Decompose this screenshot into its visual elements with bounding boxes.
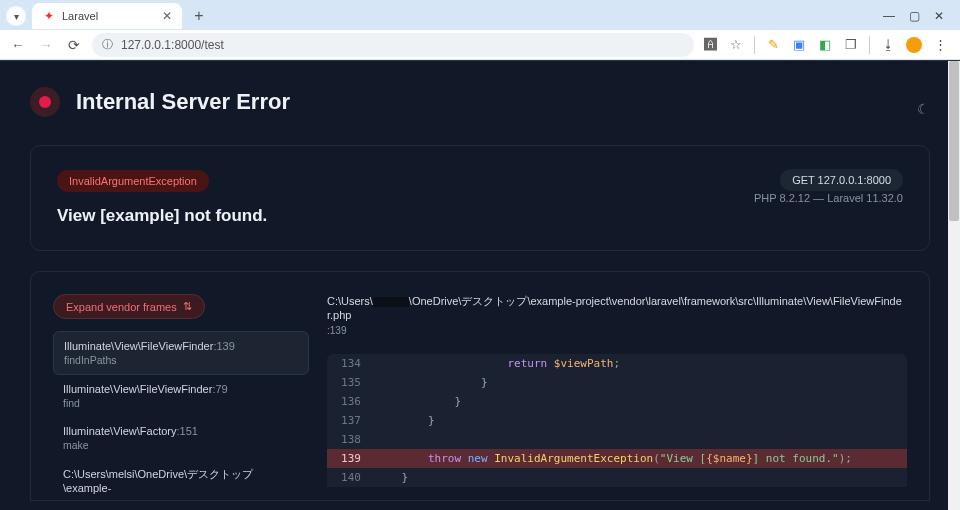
- frame-function: make: [63, 439, 299, 451]
- frame-line: :151: [177, 425, 198, 437]
- error-page-content: ☾ Internal Server Error InvalidArgumentE…: [0, 61, 960, 501]
- error-badge-icon: [30, 87, 60, 117]
- frame-function: find: [63, 397, 299, 409]
- toolbar-divider-2: [869, 36, 870, 54]
- frame-line: :79: [212, 383, 227, 395]
- extensions-icon[interactable]: ❐: [843, 37, 859, 53]
- theme-toggle-icon[interactable]: ☾: [917, 101, 930, 117]
- tab-search-button[interactable]: ▾: [6, 6, 26, 26]
- code-line: 136 }: [327, 392, 907, 411]
- toolbar-divider: [754, 36, 755, 54]
- translate-icon[interactable]: 🅰: [702, 37, 718, 53]
- line-number: 139: [327, 452, 375, 465]
- expand-arrows-icon: ⇅: [183, 300, 192, 313]
- new-tab-button[interactable]: +: [188, 5, 210, 27]
- url-text: 127.0.0.1:8000/test: [121, 38, 224, 52]
- trace-frame-list: Expand vendor frames ⇅ Illuminate\View\F…: [53, 294, 309, 500]
- browser-toolbar: ← → ⟳ ⓘ 127.0.0.1:8000/test 🅰 ☆ ✎ ▣ ◧ ❐ …: [0, 30, 960, 60]
- line-number: 135: [327, 376, 375, 389]
- browser-chrome: ▾ ✦ Laravel ✕ + — ▢ ✕ ← → ⟳ ⓘ 127.0.0.1:…: [0, 0, 960, 60]
- exception-class-pill: InvalidArgumentException: [57, 170, 209, 192]
- source-file-path: C:\Users\\OneDrive\デスクトップ\example-projec…: [327, 294, 907, 321]
- tab-strip: ▾ ✦ Laravel ✕ + — ▢ ✕: [0, 0, 960, 30]
- window-controls: — ▢ ✕: [883, 9, 954, 23]
- request-badge: GET 127.0.0.1:8000: [780, 169, 903, 191]
- trace-frame[interactable]: Illuminate\View\Factory:151 make: [53, 417, 309, 459]
- source-code-block: 134 return $viewPath; 135 } 136 } 137 } …: [327, 354, 907, 487]
- back-button[interactable]: ←: [8, 37, 28, 53]
- code-line: 135 }: [327, 373, 907, 392]
- frame-location: Illuminate\View\FileViewFinder: [64, 340, 213, 352]
- stack-trace-panel: Expand vendor frames ⇅ Illuminate\View\F…: [30, 271, 930, 501]
- forward-button[interactable]: →: [36, 37, 56, 53]
- trace-source: C:\Users\\OneDrive\デスクトップ\example-projec…: [327, 294, 907, 500]
- ext-highlighter-icon[interactable]: ✎: [765, 37, 781, 53]
- tab-title: Laravel: [62, 10, 98, 22]
- address-bar[interactable]: ⓘ 127.0.0.1:8000/test: [92, 33, 694, 57]
- page-viewport: ☾ Internal Server Error InvalidArgumentE…: [0, 60, 960, 510]
- scroll-thumb[interactable]: [949, 61, 959, 221]
- site-info-icon[interactable]: ⓘ: [102, 37, 113, 52]
- profile-avatar[interactable]: [906, 37, 922, 53]
- close-window-button[interactable]: ✕: [934, 9, 944, 23]
- code-line: 138: [327, 430, 907, 449]
- source-line-mark: :139: [327, 325, 907, 336]
- frame-location: C:\Users\melsi\OneDrive\デスクトップ\example-: [63, 468, 253, 494]
- page-header: Internal Server Error: [30, 87, 930, 117]
- minimize-button[interactable]: —: [883, 9, 895, 23]
- path-prefix: C:\Users\: [327, 295, 373, 307]
- frame-function: findInPaths: [64, 354, 298, 366]
- trace-frame[interactable]: Illuminate\View\FileViewFinder:139 findI…: [53, 331, 309, 375]
- frame-location: Illuminate\View\Factory: [63, 425, 177, 437]
- code-line: 137 }: [327, 411, 907, 430]
- expand-vendor-label: Expand vendor frames: [66, 301, 177, 313]
- kebab-menu-icon[interactable]: ⋮: [932, 37, 948, 53]
- trace-frame[interactable]: Illuminate\View\FileViewFinder:79 find: [53, 375, 309, 417]
- path-suffix: \OneDrive\デスクトップ\example-project\vendor\…: [327, 295, 902, 321]
- line-number: 134: [327, 357, 375, 370]
- code-line: 140 }: [327, 468, 907, 487]
- toolbar-actions: 🅰 ☆ ✎ ▣ ◧ ❐ ⭳ ⋮: [702, 36, 952, 54]
- exception-panel: InvalidArgumentException View [example] …: [30, 145, 930, 251]
- line-number: 137: [327, 414, 375, 427]
- line-number: 140: [327, 471, 375, 484]
- trace-frame[interactable]: C:\Users\melsi\OneDrive\デスクトップ\example-: [53, 459, 309, 502]
- bookmark-icon[interactable]: ☆: [728, 37, 744, 53]
- page-title: Internal Server Error: [76, 89, 290, 115]
- ext-screenshot-icon[interactable]: ▣: [791, 37, 807, 53]
- redacted-segment: [373, 297, 409, 307]
- line-number: 138: [327, 433, 375, 446]
- download-icon[interactable]: ⭳: [880, 37, 896, 53]
- browser-tab[interactable]: ✦ Laravel ✕: [32, 3, 182, 29]
- error-message: View [example] not found.: [57, 206, 267, 226]
- vertical-scrollbar[interactable]: [948, 61, 960, 510]
- environment-info: PHP 8.2.12 — Laravel 11.32.0: [754, 192, 903, 204]
- code-line-highlighted: 139 throw new InvalidArgumentException("…: [327, 449, 907, 468]
- reload-button[interactable]: ⟳: [64, 37, 84, 53]
- code-line: 134 return $viewPath;: [327, 354, 907, 373]
- maximize-button[interactable]: ▢: [909, 9, 920, 23]
- frame-location: Illuminate\View\FileViewFinder: [63, 383, 212, 395]
- line-number: 136: [327, 395, 375, 408]
- ext-google-icon[interactable]: ◧: [817, 37, 833, 53]
- laravel-favicon-icon: ✦: [42, 9, 56, 23]
- expand-vendor-frames-button[interactable]: Expand vendor frames ⇅: [53, 294, 205, 319]
- close-tab-icon[interactable]: ✕: [162, 9, 172, 23]
- frame-line: :139: [213, 340, 234, 352]
